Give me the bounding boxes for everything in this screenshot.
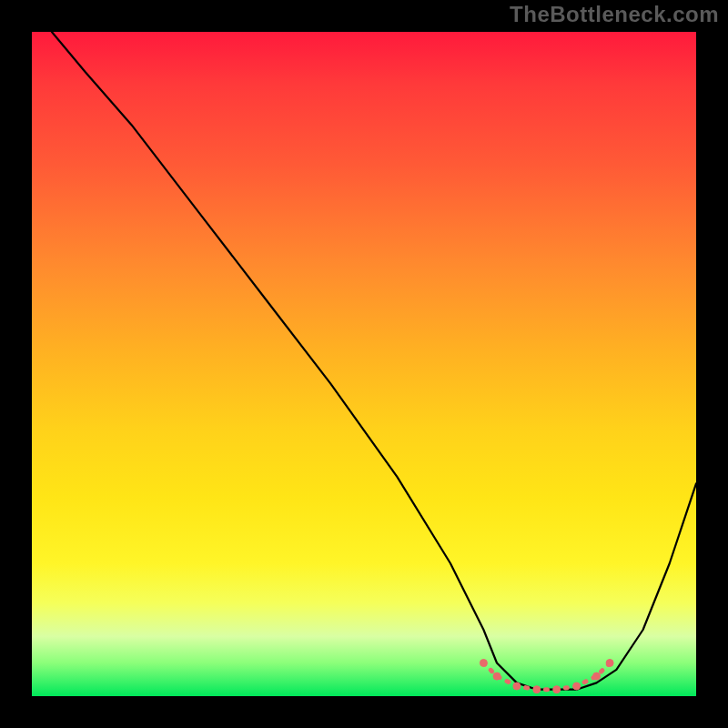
chart-frame: TheBottleneck.com [0, 0, 728, 728]
bottleneck-curve [52, 32, 696, 690]
chart-overlay [32, 32, 696, 696]
watermark-text: TheBottleneck.com [510, 2, 719, 27]
